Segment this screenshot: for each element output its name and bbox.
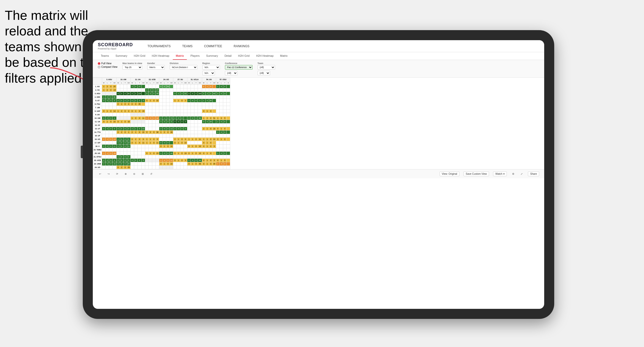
matrix-cell-t bbox=[194, 113, 198, 117]
tab-summary[interactable]: Summary bbox=[112, 52, 130, 60]
team-name-cell: 22. UCB bbox=[93, 159, 102, 162]
matrix-cell-dif bbox=[212, 95, 216, 99]
matrix-cell-t bbox=[223, 102, 226, 106]
matrix-cell-l bbox=[134, 95, 137, 99]
matrix-cell-t bbox=[152, 162, 156, 166]
redo-icon[interactable]: ↪ bbox=[106, 172, 111, 176]
matrix-cell-w: 2 bbox=[102, 162, 106, 166]
full-view-option[interactable]: Full View bbox=[98, 62, 117, 65]
matrix-cell-l: 0 bbox=[120, 138, 123, 141]
compact-view-option[interactable]: Compact View bbox=[98, 66, 117, 68]
tab-matrix[interactable]: Matrix bbox=[173, 52, 187, 60]
matrix-cell-dif bbox=[156, 166, 159, 169]
matrix-cell-l bbox=[191, 106, 194, 109]
matrix-cell-w bbox=[216, 113, 219, 117]
settings-icon[interactable]: ⚙ bbox=[511, 172, 515, 176]
matrix-cell-w: 1 bbox=[187, 138, 191, 141]
refresh-icon[interactable]: ⟳ bbox=[115, 172, 119, 176]
tab-matrix2[interactable]: Matrix bbox=[277, 52, 291, 60]
matrix-cell-dif bbox=[142, 145, 145, 148]
gender-select[interactable]: Men's Women's bbox=[147, 65, 165, 70]
table-row: 4. UNC10036 bbox=[93, 95, 230, 99]
matrix-cell-dif: 0 bbox=[113, 159, 116, 162]
matrix-cell-w: 2 bbox=[102, 145, 106, 148]
team-select2[interactable]: (All) bbox=[258, 71, 270, 75]
view-original-btn[interactable]: View: Original bbox=[440, 171, 460, 176]
matrix-cell-l: 1 bbox=[191, 145, 194, 148]
matrix-cell-l bbox=[106, 113, 109, 117]
matrix-cell-t: 0 bbox=[194, 145, 198, 148]
nav-tournaments[interactable]: TOURNAMENTS bbox=[145, 43, 173, 49]
conference-select[interactable]: Pac-12 Conference (All) ACC Big Ten bbox=[225, 65, 253, 70]
matrix-cell-dif bbox=[198, 88, 202, 92]
matrix-cell-dif bbox=[170, 99, 173, 102]
col-osu: 57. OSU bbox=[216, 78, 230, 81]
division-select[interactable]: NCAA Division I NCAA Division II NCAA Di… bbox=[170, 65, 197, 70]
matrix-cell-w bbox=[145, 102, 149, 106]
undo-icon[interactable]: ↩ bbox=[98, 172, 102, 176]
team-name-cell: 3. ASU bbox=[93, 92, 102, 95]
tab-players[interactable]: Players bbox=[187, 52, 203, 60]
max-teams-select[interactable]: Top 25 Top 50 All bbox=[122, 65, 142, 70]
matrix-cell-dif: 60 bbox=[212, 92, 216, 95]
sh-ua-l: L bbox=[134, 81, 137, 85]
matrix-cell-dif bbox=[156, 145, 159, 148]
matrix-scroll[interactable]: 3. ASU 10. UW 11. UA 22. UCB 24. UO 27. … bbox=[93, 78, 544, 169]
matrix-cell-w: 1 bbox=[116, 155, 120, 159]
tab-teams[interactable]: Teams bbox=[98, 52, 112, 60]
team-select[interactable]: (All) bbox=[258, 65, 275, 70]
matrix-cell-t bbox=[166, 92, 170, 95]
matrix-cell-t bbox=[123, 88, 127, 92]
expand-icon[interactable]: ⤢ bbox=[519, 172, 524, 176]
matrix-cell-t: 0 bbox=[109, 145, 113, 148]
zoom-out-icon[interactable]: ⊖ bbox=[132, 172, 136, 176]
tab-h2h-heatmap[interactable]: H2H Heatmap bbox=[149, 52, 172, 60]
tab-detail[interactable]: Detail bbox=[221, 52, 234, 60]
matrix-cell-dif: 51 bbox=[212, 117, 216, 120]
tab-summary2[interactable]: Summary bbox=[203, 52, 221, 60]
matrix-cell-t: 0 bbox=[152, 99, 156, 102]
matrix-cell-w: 5 bbox=[130, 92, 134, 95]
conference-select2[interactable]: (All) bbox=[225, 71, 237, 75]
matrix-cell-dif: 0 bbox=[113, 127, 116, 131]
matrix-cell-dif: 38 bbox=[156, 131, 159, 134]
matrix-cell-t: 0 bbox=[209, 138, 212, 141]
region-select[interactable]: N/A East West bbox=[202, 65, 220, 70]
matrix-cell-l bbox=[219, 141, 223, 145]
matrix-cell-l: 0 bbox=[120, 141, 123, 145]
full-view-label: Full View bbox=[101, 62, 111, 65]
matrix-cell-w: 1 bbox=[202, 117, 205, 120]
sh-osu-w: W bbox=[216, 81, 219, 85]
matrix-cell-t: 0 bbox=[109, 117, 113, 120]
sh-ucb-t: T bbox=[152, 81, 156, 85]
matrix-cell-dif bbox=[113, 155, 116, 159]
matrix-cell-dif bbox=[226, 141, 230, 145]
matrix-cell-w: 1 bbox=[102, 152, 106, 155]
share-btn[interactable]: Share bbox=[528, 171, 539, 176]
matrix-cell-t bbox=[152, 120, 156, 124]
matrix-cell-w bbox=[145, 148, 149, 152]
max-teams-label: Max teams in view bbox=[122, 62, 142, 65]
matrix-cell-dif bbox=[113, 113, 116, 117]
matrix-cell-w: 0 bbox=[116, 120, 120, 124]
matrix-cell-l bbox=[219, 145, 223, 148]
zoom-icon[interactable]: ⊕ bbox=[123, 172, 128, 176]
table-row: 20. UG110-3401023100400101901013010100 bbox=[93, 152, 230, 155]
tab-h2h-grid2[interactable]: H2H Grid bbox=[235, 52, 253, 60]
watch-btn[interactable]: Watch ▾ bbox=[493, 171, 507, 176]
matrix-cell-dif bbox=[226, 155, 230, 159]
nav-rankings[interactable]: RANKINGS bbox=[232, 43, 252, 49]
matrix-cell-dif bbox=[212, 131, 216, 134]
nav-teams[interactable]: TEAMS bbox=[180, 43, 194, 49]
save-custom-btn[interactable]: Save Custom View bbox=[463, 171, 489, 176]
tab-h2h-heatmap2[interactable]: H2H Heatmap bbox=[253, 52, 277, 60]
matrix-cell-t: 0 bbox=[123, 120, 127, 124]
fit-icon[interactable]: ⊞ bbox=[140, 172, 145, 176]
matrix-cell-w: 0 bbox=[173, 92, 177, 95]
tab-h2h-grid[interactable]: H2H Grid bbox=[131, 52, 148, 60]
region-select2[interactable]: N/A bbox=[202, 71, 215, 75]
matrix-cell-dif bbox=[184, 85, 187, 88]
nav-committee[interactable]: COMMITTEE bbox=[202, 43, 224, 49]
matrix-cell-w bbox=[145, 95, 149, 99]
reset-icon[interactable]: ↺ bbox=[149, 172, 153, 176]
